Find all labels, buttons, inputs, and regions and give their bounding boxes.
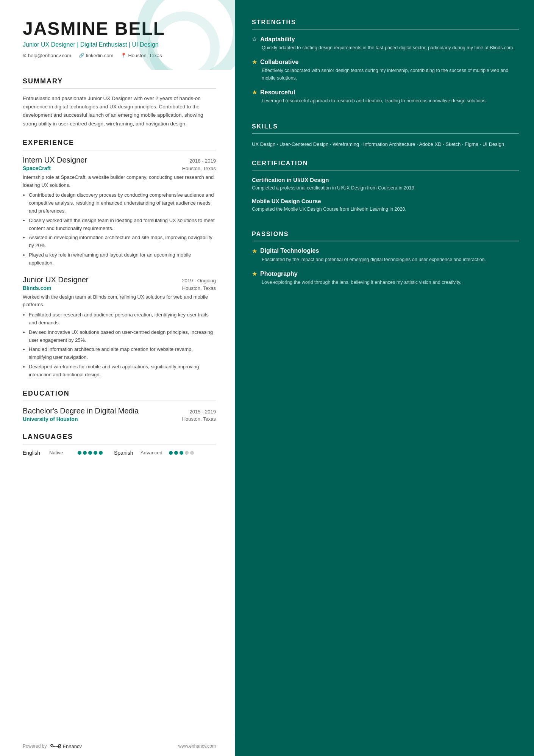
star-filled-icon: ★: [252, 247, 257, 255]
job-1-bullets: Contributed to design discovery process …: [23, 191, 216, 267]
dot: [78, 451, 81, 455]
candidate-subtitle: Junior UX Designer | Digital Enthusiast …: [23, 41, 216, 48]
passions-title: PASSIONS: [252, 231, 519, 238]
dot: [99, 451, 103, 455]
star-filled-icon: ★: [252, 58, 257, 66]
education-section: EDUCATION Bachelor's Degree in Digital M…: [23, 390, 216, 422]
strength-3-name: Resourceful: [260, 89, 295, 96]
lang-english-name: English: [23, 450, 45, 456]
passion-2-header: ★ Photography: [252, 270, 519, 277]
job-1-desc: Internship role at SpaceCraft, a website…: [23, 174, 216, 189]
dot: [88, 451, 92, 455]
email-contact: ⊙ help@enhancv.com: [23, 53, 71, 58]
list-item: Devised innovative UX solutions based on…: [29, 329, 216, 344]
strength-1-desc: Quickly adapted to shifting design requi…: [252, 44, 519, 52]
job-2-company: Blinds.com: [23, 285, 51, 291]
lang-english-dots: [78, 451, 103, 455]
lang-english-level: Native: [49, 450, 74, 455]
strength-2: ★ Collaborative Effectively collaborated…: [252, 58, 519, 82]
strength-3: ★ Resourceful Leveraged resourceful appr…: [252, 89, 519, 105]
cert-2-title: Mobile UX Design Course: [252, 198, 519, 204]
star-filled-icon: ★: [252, 270, 257, 277]
contact-location: Houston, Texas: [128, 53, 162, 58]
powered-by-text: Powered by: [23, 743, 47, 749]
cert-1-title: Certification in UI/UX Design: [252, 177, 519, 183]
languages-section: LANGUAGES English Native: [23, 433, 216, 456]
list-item: Closely worked with the design team in i…: [29, 217, 216, 233]
job-2-date: 2019 - Ongoing: [182, 278, 216, 283]
passion-2-name: Photography: [260, 271, 298, 277]
lang-spanish-name: Spanish: [114, 450, 137, 456]
linkedin-contact: 🔗 linkedin.com: [79, 53, 113, 58]
contact-row: ⊙ help@enhancv.com 🔗 linkedin.com 📍 Hous…: [23, 53, 216, 58]
job-2-desc: Worked with the design team at Blinds.co…: [23, 293, 216, 309]
enhancv-brand-name: Enhancv: [62, 743, 82, 749]
job-2: Junior UX Designer 2019 - Ongoing Blinds…: [23, 275, 216, 379]
dot: [190, 451, 194, 455]
edu-degree: Bachelor's Degree in Digital Media: [23, 407, 139, 415]
list-item: Assisted in developing information archi…: [29, 234, 216, 250]
job-2-title: Junior UX Designer: [23, 275, 88, 284]
skills-section: SKILLS UX Design · User-Centered Design …: [252, 123, 519, 149]
cert-1-desc: Completed a professional certification i…: [252, 185, 519, 192]
edu-school: University of Houston: [23, 416, 78, 422]
summary-title: SUMMARY: [23, 77, 216, 85]
education-title: EDUCATION: [23, 390, 216, 398]
star-filled-icon: ★: [252, 89, 257, 96]
certification-title: CERTIFICATION: [252, 160, 519, 167]
dot: [94, 451, 97, 455]
skills-title: SKILLS: [252, 123, 519, 130]
passion-1-header: ★ Digital Technologies: [252, 247, 519, 255]
strength-1-header: ☆ Adaptability: [252, 36, 519, 43]
strength-3-header: ★ Resourceful: [252, 89, 519, 96]
dot: [174, 451, 178, 455]
location-contact: 📍 Houston, Texas: [121, 53, 162, 58]
dot: [169, 451, 173, 455]
job-1-location: Houston, Texas: [182, 166, 216, 171]
experience-section: EXPERIENCE Intern UX Designer 2018 - 201…: [23, 139, 216, 379]
job-2-subheader: Blinds.com Houston, Texas: [23, 285, 216, 291]
left-column: JASMINE BELL Junior UX Designer | Digita…: [0, 0, 235, 756]
experience-title: EXPERIENCE: [23, 139, 216, 147]
location-icon: 📍: [121, 53, 126, 58]
enhancv-logo-icon: [50, 743, 61, 749]
list-item: Contributed to design discovery process …: [29, 191, 216, 215]
job-1-company: SpaceCraft: [23, 165, 51, 171]
education-divider: [23, 401, 216, 401]
cert-2-desc: Completed the Mobile UX Design Course fr…: [252, 206, 519, 213]
skills-divider: [252, 133, 519, 134]
edu-location: Houston, Texas: [182, 416, 216, 422]
contact-email: help@enhancv.com: [28, 53, 71, 58]
job-1: Intern UX Designer 2018 - 2019 SpaceCraf…: [23, 156, 216, 267]
summary-divider: [23, 88, 216, 89]
dot: [180, 451, 183, 455]
language-spanish: Spanish Advanced: [114, 450, 194, 456]
passion-1: ★ Digital Technologies Fascinated by the…: [252, 247, 519, 263]
strength-1: ☆ Adaptability Quickly adapted to shifti…: [252, 36, 519, 52]
job-2-header: Junior UX Designer 2019 - Ongoing: [23, 275, 216, 284]
right-column: STRENGTHS ☆ Adaptability Quickly adapted…: [235, 0, 534, 756]
dot: [83, 451, 87, 455]
passion-1-desc: Fascinated by the impact and potential o…: [252, 256, 519, 263]
passion-2: ★ Photography Love exploring the world t…: [252, 270, 519, 286]
strength-3-desc: Leveraged resourceful approach to resear…: [252, 97, 519, 105]
job-1-title: Intern UX Designer: [23, 156, 87, 164]
passions-divider: [252, 241, 519, 241]
job-2-bullets: Facilitated user research and audience p…: [23, 311, 216, 379]
languages-divider: [23, 444, 216, 445]
strengths-section: STRENGTHS ☆ Adaptability Quickly adapted…: [252, 19, 519, 112]
contact-linkedin: linkedin.com: [86, 53, 113, 58]
list-item: Played a key role in wireframing and lay…: [29, 251, 216, 267]
left-footer: Powered by Enhancv www.enhancv.com: [0, 736, 235, 756]
cert-2: Mobile UX Design Course Completed the Mo…: [252, 198, 519, 213]
passions-section: PASSIONS ★ Digital Technologies Fascinat…: [252, 231, 519, 293]
candidate-name: JASMINE BELL: [23, 19, 216, 39]
lang-spanish-dots: [169, 451, 194, 455]
enhancv-logo: Enhancv: [50, 743, 82, 749]
passion-1-name: Digital Technologies: [260, 247, 319, 254]
strength-2-header: ★ Collaborative: [252, 58, 519, 66]
certification-section: CERTIFICATION Certification in UI/UX Des…: [252, 160, 519, 219]
job-2-location: Houston, Texas: [182, 285, 216, 291]
footer-website: www.enhancv.com: [178, 743, 216, 749]
dot: [185, 451, 189, 455]
